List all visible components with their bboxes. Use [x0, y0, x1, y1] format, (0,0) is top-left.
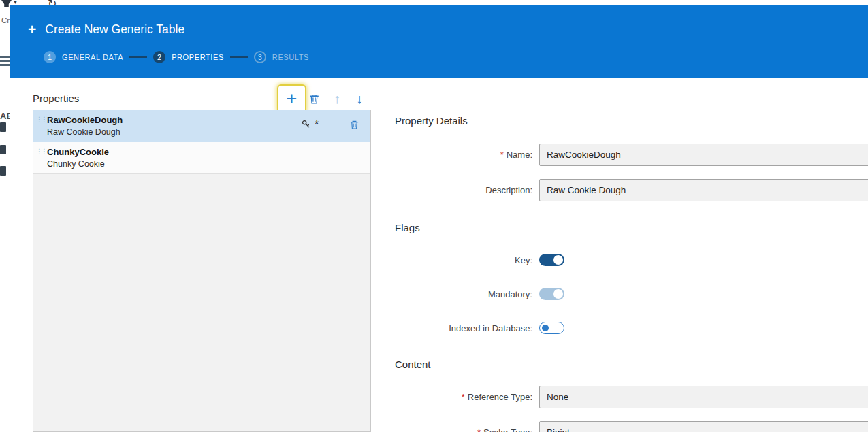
step-connector	[129, 56, 147, 58]
delete-item-button[interactable]	[349, 120, 359, 133]
chevron-down-icon: ▾	[14, 0, 17, 5]
content-heading: Content	[395, 359, 431, 370]
name-label: *Name:	[383, 150, 532, 160]
toggle-knob	[542, 325, 549, 331]
dialog-body: Properties + ↑ ↓ ⋮⋮ RawCookieDough Raw C…	[10, 78, 868, 432]
step-3-label: RESULTS	[272, 53, 309, 61]
drag-handle-icon[interactable]: ⋮⋮	[36, 116, 44, 123]
properties-heading: Properties	[33, 93, 79, 104]
property-description: Chunky Cookie	[47, 158, 370, 170]
required-marker: *	[477, 427, 481, 432]
indexed-label: Indexed in Database:	[383, 323, 532, 333]
toggle-knob	[553, 255, 563, 265]
property-description: Raw Cookie Dough	[47, 126, 370, 138]
property-name: RawCookieDough	[47, 114, 370, 126]
screen: ▾ ↻ Cr AB + Create New Generic Table 1 G…	[0, 0, 868, 432]
create-generic-table-dialog: + Create New Generic Table 1 GENERAL DAT…	[10, 5, 868, 432]
indexed-toggle[interactable]	[539, 322, 564, 334]
plus-icon: +	[287, 90, 298, 108]
step-2-label[interactable]: PROPERTIES	[172, 53, 224, 61]
partial-icon	[0, 166, 6, 176]
key-label: Key:	[383, 255, 532, 265]
move-down-button[interactable]: ↓	[356, 90, 363, 107]
wizard-stepper: 1 GENERAL DATA 2 PROPERTIES 3 RESULTS	[10, 51, 868, 63]
step-1-label[interactable]: GENERAL DATA	[62, 53, 123, 61]
key-toggle[interactable]	[539, 254, 564, 266]
reference-type-label: *Reference Type:	[383, 392, 532, 402]
step-2-circle[interactable]: 2	[153, 51, 165, 63]
mandatory-marker: *	[315, 119, 319, 129]
scalar-type-label: *Scalar Type:	[383, 427, 532, 432]
dialog-title: Create New Generic Table	[45, 22, 184, 37]
property-name: ChunkyCookie	[47, 146, 370, 158]
plus-icon: +	[28, 22, 36, 36]
reference-type-select[interactable]: None	[539, 386, 868, 408]
flags-heading: Flags	[395, 222, 420, 233]
move-up-button[interactable]: ↑	[334, 90, 340, 107]
property-details-heading: Property Details	[395, 115, 468, 127]
key-icon	[302, 120, 310, 129]
step-3-circle: 3	[254, 51, 266, 63]
required-marker: *	[500, 150, 504, 160]
mandatory-label: Mandatory:	[383, 289, 532, 299]
description-label: Description:	[383, 185, 532, 195]
partial-label-top: Cr	[1, 16, 10, 24]
partial-icon	[0, 122, 6, 132]
step-connector	[230, 56, 248, 58]
required-marker: *	[462, 392, 465, 402]
list-item-chunkycookie[interactable]: ⋮⋮ ChunkyCookie Chunky Cookie	[33, 142, 370, 174]
step-1-circle[interactable]: 1	[44, 51, 56, 63]
scalar-type-select[interactable]: Bigint	[539, 421, 868, 432]
name-input[interactable]: RawCookieDough	[539, 144, 868, 166]
title-row: + Create New Generic Table	[10, 21, 868, 37]
list-item-rawcookiedough[interactable]: ⋮⋮ RawCookieDough Raw Cookie Dough *	[33, 110, 370, 142]
property-markers: *	[302, 119, 319, 129]
description-input[interactable]: Raw Cookie Dough	[539, 179, 868, 201]
drag-handle-icon[interactable]: ⋮⋮	[36, 148, 44, 155]
dialog-header: + Create New Generic Table 1 GENERAL DAT…	[10, 5, 868, 78]
toggle-knob	[553, 289, 563, 299]
delete-property-button[interactable]	[308, 93, 320, 107]
partial-icon	[0, 145, 6, 154]
properties-list: ⋮⋮ RawCookieDough Raw Cookie Dough * ⋮⋮ …	[33, 110, 371, 432]
mandatory-toggle[interactable]	[539, 288, 564, 300]
